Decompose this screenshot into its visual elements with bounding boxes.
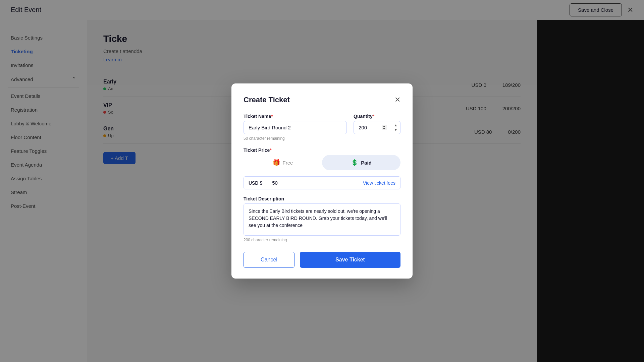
- modal-footer: Cancel Save Ticket: [244, 252, 400, 268]
- price-option-paid[interactable]: 💲 Paid: [322, 155, 400, 170]
- quantity-arrows: ▲ ▼: [394, 123, 398, 132]
- quantity-input-wrap: ▲ ▼: [354, 121, 400, 134]
- modal-close-button[interactable]: ✕: [394, 96, 400, 104]
- ticket-description-label: Ticket Description: [244, 196, 400, 201]
- price-amount-input[interactable]: [267, 177, 358, 189]
- currency-label: USD $: [244, 177, 267, 189]
- usd-row: USD $ View ticket fees: [244, 176, 400, 189]
- save-ticket-button[interactable]: Save Ticket: [300, 252, 400, 268]
- quantity-input[interactable]: [354, 121, 400, 134]
- view-ticket-fees-link[interactable]: View ticket fees: [358, 177, 400, 189]
- ticket-name-label: Ticket Name*: [244, 114, 347, 119]
- ticket-price-label: Ticket Price*: [244, 147, 400, 153]
- ticket-description-group: Ticket Description Since the Early Bird …: [244, 196, 400, 242]
- ticket-name-group: Ticket Name* 50 character remaining: [244, 114, 347, 141]
- modal-header: Create Ticket ✕: [244, 96, 400, 104]
- ticket-price-group: Ticket Price* 🎁 Free 💲 Paid: [244, 147, 400, 172]
- name-quantity-row: Ticket Name* 50 character remaining Quan…: [244, 114, 400, 141]
- ticket-description-textarea[interactable]: Since the Early Bird tickets are nearly …: [244, 203, 400, 236]
- quantity-down-button[interactable]: ▼: [394, 128, 398, 132]
- price-toggle: 🎁 Free 💲 Paid: [244, 155, 400, 170]
- dollar-icon: 💲: [351, 159, 358, 166]
- quantity-up-button[interactable]: ▲: [394, 123, 398, 127]
- modal-title: Create Ticket: [244, 96, 290, 104]
- create-ticket-modal: Create Ticket ✕ Ticket Name* 50 characte…: [231, 83, 413, 279]
- cancel-button[interactable]: Cancel: [244, 252, 294, 268]
- ticket-name-char-remaining: 50 character remaining: [244, 136, 347, 141]
- quantity-group: Quantity* ▲ ▼: [354, 114, 400, 141]
- ticket-name-input[interactable]: [244, 121, 347, 134]
- description-char-remaining: 200 character remaining: [244, 238, 400, 242]
- price-option-free[interactable]: 🎁 Free: [244, 155, 322, 170]
- modal-overlay: Create Ticket ✕ Ticket Name* 50 characte…: [0, 0, 644, 362]
- gift-icon: 🎁: [273, 159, 280, 166]
- quantity-label: Quantity*: [354, 114, 400, 119]
